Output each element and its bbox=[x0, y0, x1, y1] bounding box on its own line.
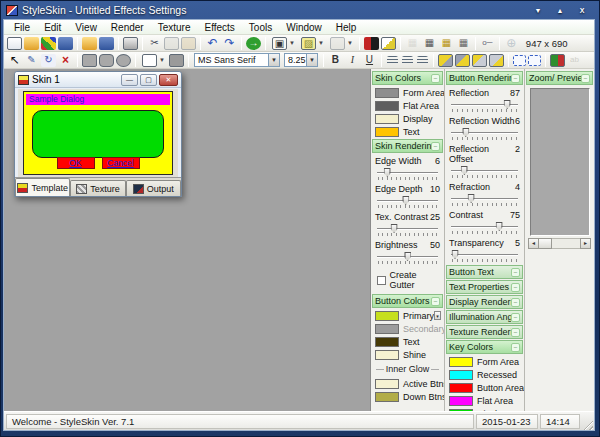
ellipse-tool-icon[interactable] bbox=[116, 54, 131, 67]
panel-header-texture-rendering[interactable]: Texture Rendering– bbox=[446, 325, 523, 339]
slider-track[interactable] bbox=[451, 254, 518, 256]
palette-mode-icon[interactable]: ▨ bbox=[301, 37, 316, 50]
chevron-down-icon[interactable]: ▼ bbox=[306, 54, 317, 66]
preview-mode-icon[interactable]: ▣ bbox=[272, 37, 287, 50]
panel-header-skin-colors[interactable]: Skin Colors– bbox=[372, 71, 443, 85]
scroll-track[interactable] bbox=[552, 238, 580, 249]
grid-medium-icon[interactable]: ▦ bbox=[439, 37, 454, 50]
slider-track[interactable] bbox=[451, 170, 518, 172]
preview-zoom-scrollbar[interactable]: ◂ ▸ bbox=[528, 238, 591, 249]
tab-template[interactable]: Template bbox=[15, 178, 70, 196]
copy-icon[interactable] bbox=[164, 37, 179, 50]
tab-output[interactable]: Output bbox=[126, 180, 181, 196]
skin-close-button[interactable]: ✕ bbox=[159, 74, 178, 86]
menu-item-effects[interactable]: Effects bbox=[197, 20, 241, 35]
panel-header-zoom-preview[interactable]: Zoom/ Preview – bbox=[526, 71, 593, 85]
italic-button[interactable]: I bbox=[345, 54, 360, 67]
undo-icon[interactable]: ↶ bbox=[205, 37, 220, 50]
send-to-back-icon[interactable] bbox=[455, 54, 470, 67]
sample-display-area[interactable] bbox=[32, 110, 164, 158]
slider-track[interactable] bbox=[377, 172, 438, 174]
scroll-left-arrow[interactable]: ◂ bbox=[528, 238, 539, 249]
export-image-icon[interactable] bbox=[550, 54, 565, 67]
panel-collapse-button[interactable]: – bbox=[431, 142, 440, 151]
grid-small-icon[interactable]: ▦ bbox=[422, 37, 437, 50]
panel-collapse-button[interactable]: – bbox=[511, 283, 520, 292]
panel-header-display-rendering[interactable]: Display Rendering– bbox=[446, 295, 523, 309]
menu-item-edit[interactable]: Edit bbox=[37, 20, 68, 35]
select-none-icon[interactable] bbox=[528, 55, 541, 66]
rect-tool-icon[interactable] bbox=[82, 54, 97, 67]
new-file-icon[interactable] bbox=[7, 37, 22, 50]
delete-icon[interactable]: × bbox=[58, 54, 73, 67]
panel-header-text-properties[interactable]: Text Properties– bbox=[446, 280, 523, 294]
form-area-swatch[interactable] bbox=[449, 357, 473, 367]
move-backward-icon[interactable] bbox=[489, 54, 504, 67]
panel-collapse-button[interactable]: – bbox=[511, 328, 520, 337]
skin-window-titlebar[interactable]: Skin 1 —▢✕ bbox=[15, 72, 181, 88]
text-swatch[interactable] bbox=[375, 127, 399, 137]
panel-header-illumination-angle[interactable]: Illumination Angle– bbox=[446, 310, 523, 324]
chevron-down-icon[interactable]: ▼ bbox=[268, 54, 279, 66]
panel-collapse-button[interactable]: – bbox=[511, 268, 520, 277]
panel-collapse-button[interactable]: – bbox=[511, 343, 520, 352]
align-right-icon[interactable] bbox=[417, 56, 428, 65]
save-as-icon[interactable] bbox=[99, 37, 114, 50]
panel-collapse-button[interactable]: – bbox=[581, 74, 590, 83]
slider-track[interactable] bbox=[377, 256, 438, 258]
underline-button[interactable]: U bbox=[362, 54, 377, 67]
flat-area-swatch[interactable] bbox=[449, 396, 473, 406]
active-btns-swatch[interactable] bbox=[375, 379, 399, 389]
tab-texture[interactable]: Texture bbox=[70, 180, 125, 196]
import-skin-icon[interactable] bbox=[82, 37, 97, 50]
key-icon[interactable]: o─ bbox=[480, 37, 495, 50]
print-icon[interactable] bbox=[123, 37, 138, 50]
form-area-swatch[interactable] bbox=[375, 88, 399, 98]
align-center-icon[interactable] bbox=[402, 56, 413, 65]
menu-item-window[interactable]: Window bbox=[279, 20, 329, 35]
preview-mode-icon-dropdown[interactable]: ▣▼ bbox=[270, 36, 297, 51]
paste-icon[interactable] bbox=[181, 37, 196, 50]
swap-colors-icon[interactable] bbox=[381, 37, 396, 50]
scroll-thumb[interactable] bbox=[539, 238, 552, 249]
open-skin-icon[interactable] bbox=[24, 37, 39, 50]
sample-dialog-titlebar[interactable]: Sample Dialog bbox=[26, 94, 170, 105]
palette-mode-icon-dropdown[interactable]: ▨▼ bbox=[299, 36, 326, 51]
scroll-right-arrow[interactable]: ▸ bbox=[580, 238, 591, 249]
pointer-tool-icon[interactable]: ↖ bbox=[7, 54, 22, 67]
down-btns-swatch[interactable] bbox=[375, 392, 399, 402]
save-icon[interactable] bbox=[58, 37, 73, 50]
redo-icon[interactable]: ↷ bbox=[222, 37, 237, 50]
new-project-icon[interactable] bbox=[41, 37, 56, 50]
panel-header-button-colors[interactable]: Button Colors– bbox=[372, 294, 443, 308]
panel-collapse-button[interactable]: – bbox=[511, 298, 520, 307]
pencil-tool-icon[interactable]: ✎ bbox=[24, 54, 39, 67]
rotate-tool-icon[interactable]: ↻ bbox=[41, 54, 56, 67]
minimize-button[interactable]: ▼ bbox=[532, 7, 544, 14]
close-button[interactable]: X bbox=[576, 7, 588, 14]
align-left-icon[interactable] bbox=[387, 56, 398, 65]
panel-collapse-button[interactable]: – bbox=[431, 74, 440, 83]
primary-swatch[interactable] bbox=[375, 311, 399, 321]
font-family-combo[interactable]: MS Sans Serif▼ bbox=[194, 53, 280, 67]
panel-header-button-rendering[interactable]: Button Rendering– bbox=[446, 71, 523, 85]
panel-header-skin-rendering[interactable]: Skin Rendering– bbox=[372, 139, 443, 153]
recessed-swatch[interactable] bbox=[449, 370, 473, 380]
skin-minimize-button[interactable]: — bbox=[121, 74, 138, 86]
render-icon[interactable]: → bbox=[246, 37, 261, 50]
texture-mode-icon[interactable] bbox=[330, 37, 345, 50]
menu-item-file[interactable]: File bbox=[7, 20, 37, 35]
grid-large-icon[interactable]: ▦ bbox=[456, 37, 471, 50]
display-swatch[interactable] bbox=[375, 114, 399, 124]
skin-maximize-button[interactable]: ▢ bbox=[140, 74, 157, 86]
border-style-icon[interactable] bbox=[142, 54, 157, 67]
font-size-combo[interactable]: 8.25▼ bbox=[284, 53, 318, 67]
fill-color-icon[interactable] bbox=[169, 54, 184, 67]
panel-collapse-button[interactable]: – bbox=[511, 74, 520, 83]
slider-track[interactable] bbox=[451, 104, 518, 106]
menu-item-texture[interactable]: Texture bbox=[151, 20, 198, 35]
panel-collapse-button[interactable]: – bbox=[431, 297, 440, 306]
grid-off-icon[interactable]: ▦ bbox=[405, 37, 420, 50]
menu-item-tools[interactable]: Tools bbox=[242, 20, 279, 35]
slider-track[interactable] bbox=[451, 198, 518, 200]
